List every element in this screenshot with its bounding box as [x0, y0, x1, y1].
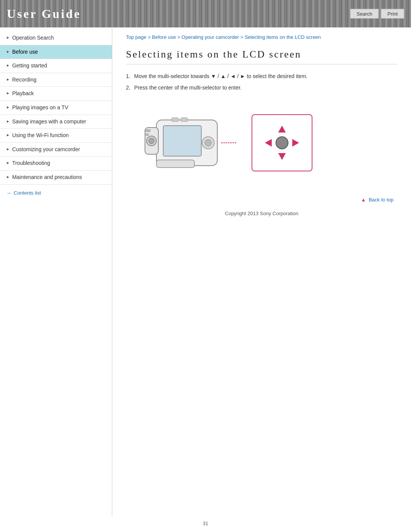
sidebar-item-saving-images-computer[interactable]: ►Saving images with a computer: [0, 115, 112, 129]
app-title: User Guide: [7, 7, 81, 21]
sidebar-item-recording[interactable]: ►Recording: [0, 73, 112, 87]
sidebar-item-label: Maintenance and precautions: [12, 174, 107, 181]
sidebar-item-before-use[interactable]: ►Before use: [0, 45, 112, 59]
breadcrumb-selecting[interactable]: Selecting items on the LCD screen: [245, 34, 321, 40]
sidebar-arrow-icon: ►: [6, 35, 10, 40]
sidebar-item-label: Playing images on a TV: [12, 104, 107, 112]
selector-up-arrow: [278, 126, 286, 133]
sidebar-arrow-icon: ►: [6, 147, 10, 152]
back-to-top: ▲ Back to top: [126, 196, 397, 203]
selector-left-arrow: [265, 139, 272, 147]
sidebar-arrow-icon: ►: [6, 160, 10, 166]
sidebar-item-maintenance-precautions[interactable]: ►Maintenance and precautions: [0, 171, 112, 185]
selector-down-arrow: [278, 153, 286, 160]
sidebar: ►Operation Search►Before use►Getting sta…: [0, 27, 112, 517]
instruction-item-1: 1. Move the multi-selector towards ▼ / ▲…: [126, 72, 397, 80]
breadcrumb-operating[interactable]: Operating your camcorder: [182, 34, 239, 40]
svg-rect-4: [172, 118, 178, 121]
sidebar-item-label: Before use: [12, 48, 107, 56]
sidebar-item-customizing-camcorder[interactable]: ►Customizing your camcorder: [0, 143, 112, 157]
sidebar-item-label: Saving images with a computer: [12, 118, 107, 126]
svg-point-10: [149, 138, 154, 144]
selector-right-arrow: [292, 139, 299, 147]
breadcrumb: Top page > Before use > Operating your c…: [126, 34, 397, 41]
multi-selector: [265, 126, 299, 160]
sidebar-arrow-icon: ►: [6, 49, 10, 54]
breadcrumb-top-page[interactable]: Top page: [126, 34, 147, 40]
back-to-top-label: Back to top: [369, 197, 393, 203]
search-button[interactable]: Search: [350, 9, 379, 19]
sidebar-arrow-icon: ►: [6, 91, 10, 96]
main-layout: ►Operation Search►Before use►Getting sta…: [0, 27, 411, 517]
sidebar-item-label: Customizing your camcorder: [12, 146, 107, 153]
sidebar-item-operation-search[interactable]: ►Operation Search: [0, 31, 112, 45]
back-to-top-icon: ▲: [361, 197, 366, 203]
instruction-item-2: 2. Press the center of the multi-selecto…: [126, 83, 397, 92]
contents-link[interactable]: → Contents list: [0, 185, 112, 201]
svg-rect-5: [181, 118, 188, 121]
instruction-number-1: 1.: [126, 73, 131, 79]
copyright: Copyright 2013 Sony Corporation: [126, 203, 397, 220]
page-number: 31: [0, 517, 411, 530]
instruction-list: 1. Move the multi-selector towards ▼ / ▲…: [126, 72, 397, 92]
back-to-top-link[interactable]: ▲ Back to top: [361, 197, 393, 203]
sidebar-item-playing-images-tv[interactable]: ►Playing images on a TV: [0, 101, 112, 115]
sidebar-item-label: Playback: [12, 90, 107, 97]
sidebar-item-label: Recording: [12, 76, 107, 84]
sidebar-item-getting-started[interactable]: ►Getting started: [0, 59, 112, 73]
sidebar-arrow-icon: ►: [6, 119, 10, 124]
page-title: Selecting items on the LCD screen: [126, 49, 397, 64]
sidebar-arrow-icon: ►: [6, 105, 10, 110]
content-area: Top page > Before use > Operating your c…: [112, 27, 411, 517]
svg-point-3: [205, 139, 212, 146]
breadcrumb-before-use[interactable]: Before use: [152, 34, 176, 40]
contents-link-label: Contents list: [14, 190, 41, 196]
svg-rect-1: [163, 126, 201, 156]
header-buttons: Search Print: [350, 9, 404, 19]
sidebar-item-playback[interactable]: ►Playback: [0, 87, 112, 101]
sidebar-item-wifi-function[interactable]: ►Using the Wi-Fi function: [0, 129, 112, 143]
header: User Guide Search Print: [0, 0, 411, 27]
sidebar-arrow-icon: ►: [6, 133, 10, 138]
camcorder-illustration: [134, 101, 255, 185]
sidebar-item-label: Using the Wi-Fi function: [12, 132, 107, 139]
sidebar-item-label: Troubleshooting: [12, 160, 107, 167]
illustration-area: [134, 101, 397, 185]
instruction-text-1: Move the multi-selector towards ▼ / ▲ / …: [134, 73, 307, 79]
selector-center-button: [276, 136, 288, 149]
print-button[interactable]: Print: [381, 9, 404, 19]
sidebar-item-label: Getting started: [12, 62, 107, 70]
instruction-text-2: Press the center of the multi-selector t…: [134, 85, 242, 91]
sidebar-item-label: Operation Search: [12, 34, 107, 42]
svg-rect-6: [156, 160, 194, 168]
multi-selector-box: [252, 114, 312, 171]
sidebar-item-troubleshooting[interactable]: ►Troubleshooting: [0, 157, 112, 171]
sidebar-arrow-icon: ►: [6, 174, 10, 180]
sidebar-arrow-icon: ►: [6, 77, 10, 82]
svg-rect-12: [146, 134, 149, 136]
svg-rect-11: [146, 129, 150, 132]
contents-arrow-icon: →: [6, 190, 11, 196]
sidebar-arrow-icon: ►: [6, 63, 10, 68]
instruction-number-2: 2.: [126, 85, 131, 91]
